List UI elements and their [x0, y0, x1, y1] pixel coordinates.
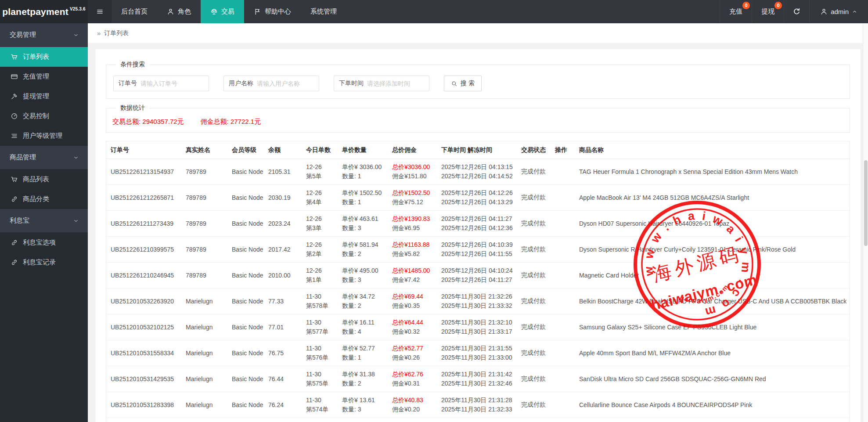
table-row: UB2512010531144071 Marielugn Basic Node … — [106, 418, 850, 422]
cell-level: Basic Node — [227, 350, 264, 357]
cell-day-count: 11-30第577单 — [302, 318, 338, 336]
cell-times: 2025年11月30日 21:32:262025年11月30日 21:33:32 — [437, 292, 517, 310]
refresh-button[interactable] — [784, 0, 809, 23]
table-row: UB2512010532102125 Marielugn Basic Node … — [106, 314, 850, 340]
cell-status: 完成付款 — [517, 401, 551, 409]
cell-order-no: UB2512010531429535 — [106, 375, 181, 382]
cell-order-no: UB2512010532102125 — [106, 324, 181, 331]
user-menu[interactable]: admin — [809, 0, 868, 23]
cell-total-commission: 总价¥1485.00佣金¥7.42 — [388, 266, 437, 285]
navbar-right: 充值0提现0 admin — [720, 0, 868, 23]
sidebar-item-交易控制[interactable]: 交易控制 — [0, 106, 88, 126]
quick-items: 充值0提现0 — [720, 0, 784, 23]
sidebar-section-交易管理[interactable]: 交易管理 — [0, 23, 88, 47]
cell-total-commission: 总价¥1163.88佣金¥5.82 — [388, 240, 437, 259]
cell-times: 2025年11月30日 21:31:422025年11月30日 21:32:46 — [437, 370, 517, 388]
nav-item-帮助中心[interactable]: 帮助中心 — [244, 0, 301, 23]
sidebar-item-label: 订单列表 — [23, 53, 49, 61]
cell-price-qty: 单价¥ 463.61数量: 3 — [338, 214, 388, 233]
search-icon — [451, 80, 457, 87]
sidebar-section-商品管理[interactable]: 商品管理 — [0, 146, 88, 170]
nav-item-角色[interactable]: 角色 — [157, 0, 201, 23]
field-input-下单时间[interactable] — [367, 80, 429, 87]
cell-status: 完成付款 — [517, 323, 551, 331]
cell-order-no: UB2512010531283398 — [106, 401, 181, 408]
cell-price-qty: 单价¥ 31.38数量: 2 — [338, 370, 388, 388]
nav-item-系统管理[interactable]: 系统管理 — [301, 0, 346, 23]
cell-balance: 77.01 — [264, 324, 302, 331]
table-header-row: 订单号真实姓名会员等级余额今日单数单价数量总价佣金下单时间 解冻时间交易状态操作… — [106, 141, 850, 159]
user-icon — [167, 8, 174, 15]
brand-version: V25.3.6 — [70, 7, 86, 11]
sidebar-item-用户等级管理[interactable]: 用户等级管理 — [0, 126, 88, 146]
cell-balance: 77.33 — [264, 298, 302, 305]
cell-day-count: 12-26第1单 — [302, 266, 338, 285]
cart-icon — [11, 53, 18, 61]
cell-real-name: 789789 — [181, 272, 227, 279]
nav-item-交易[interactable]: 交易 — [201, 0, 244, 23]
page-scrollbar-thumb[interactable] — [864, 160, 868, 246]
page-scrollbar-track — [863, 23, 868, 422]
cell-real-name: 789789 — [181, 168, 227, 175]
sidebar-item-订单列表[interactable]: 订单列表 — [0, 47, 88, 67]
sidebar-item-利息宝记录[interactable]: 利息宝记录 — [0, 252, 88, 272]
content: 条件搜索 订单号用户名称下单时间搜 索 数据统计 交易总额: 2940357.7… — [88, 43, 868, 422]
cell-order-no: UB2512261212265871 — [106, 194, 181, 201]
card-icon — [11, 73, 18, 80]
sidebar-item-label: 利息宝选项 — [23, 238, 56, 247]
field-input-订单号[interactable] — [140, 80, 209, 87]
header-cell: 单价数量 — [338, 146, 388, 154]
bars-icon — [11, 132, 18, 140]
cell-level: Basic Node — [227, 298, 264, 305]
quick-item-提现[interactable]: 提现0 — [752, 0, 784, 23]
cell-balance: 2105.31 — [264, 168, 302, 175]
sidebar-toggle-button[interactable] — [88, 0, 112, 23]
sidebar-item-利息宝选项[interactable]: 利息宝选项 — [0, 233, 88, 252]
cell-level: Basic Node — [227, 220, 264, 227]
quick-item-label: 提现 — [761, 7, 774, 16]
nav-item-label: 角色 — [178, 7, 191, 16]
sidebar-section-label: 交易管理 — [10, 31, 36, 39]
search-legend: 条件搜索 — [116, 61, 149, 69]
nav-item-label: 系统管理 — [310, 7, 337, 16]
table-row: UB2512010531558334 Marielugn Basic Node … — [106, 340, 850, 366]
breadcrumb-symbol: » — [97, 29, 101, 37]
field-input-用户名称[interactable] — [257, 80, 319, 87]
search-button[interactable]: 搜 索 — [444, 76, 482, 91]
sidebar-item-充值管理[interactable]: 充值管理 — [0, 67, 88, 87]
sidebar-item-商品分类[interactable]: 商品分类 — [0, 189, 88, 209]
cell-product: Cellularline Bounce Case Airpods 4 BOUNC… — [575, 401, 850, 408]
cell-order-no: UB2512261213154937 — [106, 168, 181, 175]
cell-level: Basic Node — [227, 194, 264, 201]
cell-status: 完成付款 — [517, 168, 551, 176]
brand-logo: planetpaymentV25.3.6 — [0, 0, 88, 23]
sidebar-item-提现管理[interactable]: 提现管理 — [0, 87, 88, 106]
cell-order-no: UB2512261210246945 — [106, 272, 181, 279]
nav-menu: 后台首页角色交易帮助中心系统管理 — [112, 0, 346, 23]
sidebar-item-商品列表[interactable]: 商品列表 — [0, 170, 88, 189]
cell-times: 2025年12月26日 04:10:392025年12月26日 04:11:55 — [437, 240, 517, 259]
cell-product: Apple MacBook Air 13' M4 24GB 512GB MC6A… — [575, 194, 850, 201]
cell-price-qty: 单价¥ 1502.50数量: 1 — [338, 188, 388, 207]
count-badge: 0 — [774, 2, 782, 9]
cell-status: 完成付款 — [517, 271, 551, 279]
cell-real-name: Marielugn — [181, 375, 227, 382]
nav-item-后台首页[interactable]: 后台首页 — [112, 0, 157, 23]
nav-item-label: 交易 — [221, 7, 234, 16]
order-list-card: 条件搜索 订单号用户名称下单时间搜 索 数据统计 交易总额: 2940357.7… — [95, 49, 861, 422]
cell-real-name: 789789 — [181, 194, 227, 201]
brand-name: planetpayment — [2, 7, 68, 17]
breadcrumb-label: 订单列表 — [104, 29, 129, 37]
cell-day-count: 11-30第574单 — [302, 396, 338, 414]
quick-item-充值[interactable]: 充值0 — [720, 0, 752, 23]
table-row: UB2512010532263920 Marielugn Basic Node … — [106, 289, 850, 314]
cell-balance: 2010.00 — [264, 272, 302, 279]
breadcrumb: » 订单列表 — [88, 23, 868, 43]
cell-order-no: UB2512261211273439 — [106, 220, 181, 227]
cell-total-commission: 总价¥69.44佣金¥0.35 — [388, 292, 437, 310]
sidebar-section-利息宝[interactable]: 利息宝 — [0, 209, 88, 233]
gauge-icon — [11, 112, 18, 120]
cell-day-count: 12-26第3单 — [302, 214, 338, 233]
cell-real-name: 789789 — [181, 220, 227, 227]
cell-price-qty: 单价¥ 34.72数量: 2 — [338, 292, 388, 310]
